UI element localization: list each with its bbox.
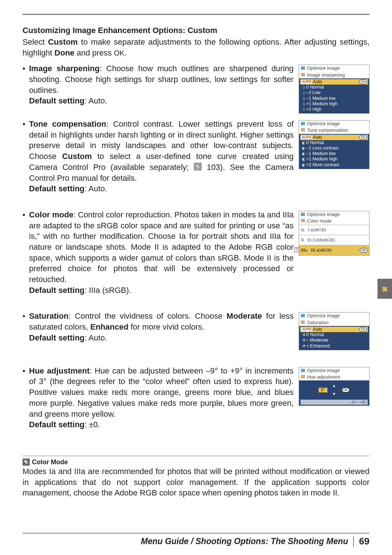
hue-label: Hue adjustment <box>29 366 90 375</box>
text: : Control the vividness of colors. Choos… <box>69 311 226 321</box>
opt-3: + Enhanced <box>306 343 330 348</box>
help-icon: ? <box>294 247 299 252</box>
saturation-text: • Saturation: Control the vividness of c… <box>23 311 294 343</box>
ok-pill: OK <box>360 248 367 253</box>
custom-word: Custom <box>62 152 92 161</box>
color-block: • Color mode: Control color reproduction… <box>23 209 369 296</box>
note-heading: Color Mode <box>23 458 369 466</box>
section-heading: Customizing Image Enhancement Options: C… <box>23 26 369 35</box>
tone-text: • Tone compensation: Control contrast. L… <box>23 119 294 194</box>
opt-4: +1 Medium high <box>306 156 338 162</box>
text: Select <box>23 37 48 46</box>
cm-key-2: IIIa <box>301 248 307 253</box>
screen-subtitle: Hue adjustment <box>299 374 369 380</box>
default-value: : IIIa (sRGB). <box>85 286 131 295</box>
opt-1: 0 Normal <box>306 140 324 145</box>
color-label: Color mode <box>29 210 73 219</box>
hue-screen: Optimize image Hue adjustment ▲ 0° OK ▼ … <box>299 366 369 406</box>
default-label: Default setting <box>29 96 85 105</box>
screen-subtitle: Saturation <box>299 319 369 326</box>
opt-2: –2 Low <box>306 90 320 95</box>
ok-glyph: OK <box>114 49 124 57</box>
screen-subtitle: Color mode <box>299 218 369 224</box>
screen-title: Optimize image <box>299 65 369 72</box>
cm-val-2: III a(sRGB) <box>311 248 332 253</box>
tone-block: • Tone compensation: Control contrast. L… <box>23 119 369 194</box>
screen-subtitle: Tone compensation <box>299 127 369 134</box>
footer: Menu Guide / Shooting Options: The Shoot… <box>23 533 369 547</box>
cm-key-0: Ia <box>301 228 304 232</box>
screen-title: Optimize image <box>299 313 369 319</box>
default-value: : Auto. <box>85 333 107 342</box>
cm-val-1: II (AdobeRGB) <box>307 238 335 242</box>
note-rule <box>23 456 369 456</box>
hue-text: • Hue adjustment: Hue can be adjusted be… <box>23 366 294 430</box>
default-label: Default setting <box>29 286 85 295</box>
saturation-block: • Saturation: Control the vividness of c… <box>23 311 369 350</box>
footer-text: Menu Guide / Shooting Options: The Shoot… <box>141 536 348 546</box>
ok-pill: OK <box>359 79 367 84</box>
hue-range: –9°～+9° <box>301 400 368 405</box>
opt-5: +2 High <box>306 107 322 112</box>
tone-label: Tone compensation <box>29 119 106 128</box>
custom-word: Custom <box>48 37 78 46</box>
opt-2: – Moderate <box>306 338 328 343</box>
saturation-label: Saturation <box>29 311 69 321</box>
opt-3: –1 Medium low <box>306 151 336 156</box>
screen-subtitle: Image sharpening <box>299 72 369 78</box>
arrow-down-icon: ▼ <box>301 392 368 396</box>
opt-auto: Auto <box>313 79 322 84</box>
page-number: 69 <box>359 536 369 547</box>
default-label: Default setting <box>29 184 85 193</box>
ok-pill: OK <box>342 388 350 392</box>
arrow-up-icon: ▲ <box>301 384 368 388</box>
cm-val-0: I a(sRGB) <box>308 228 326 232</box>
note-body: Modes Ia and IIIa are recommended for ph… <box>23 466 369 498</box>
sharpening-screen: Optimize image Image sharpening AUTOAuto… <box>299 63 369 114</box>
text: . <box>124 48 127 57</box>
footer-divider <box>353 536 354 547</box>
text: and press <box>74 48 114 57</box>
opt-2: –2 Less contrast <box>306 146 338 151</box>
default-value: : Auto. <box>85 96 107 105</box>
done-word: Done <box>54 48 74 57</box>
manual-page: ◙ Customizing Image Enhancement Options:… <box>0 0 392 555</box>
hue-block: • Hue adjustment: Hue can be adjusted be… <box>23 366 369 430</box>
enhanced-word: Enhanced <box>90 322 128 331</box>
ok-pill: OK <box>359 135 367 140</box>
opt-1: 0 Normal <box>306 85 324 90</box>
sharpening-text: • Image sharpening: Choose how much outl… <box>23 63 294 106</box>
opt-1: 0 Normal <box>306 332 324 337</box>
sharpening-block: • Image sharpening: Choose how much outl… <box>23 63 369 114</box>
opt-auto: Auto <box>313 135 322 140</box>
default-label: Default setting <box>29 420 85 429</box>
opt-auto: Auto <box>313 327 322 332</box>
text: : Control color reproduction. Photos tak… <box>29 210 294 284</box>
cm-key-1: II <box>301 238 304 242</box>
default-value: : ±0. <box>85 420 100 429</box>
ok-pill: OK <box>359 327 367 332</box>
screen-title: Optimize image <box>299 367 369 374</box>
saturation-screen: Optimize image Saturation AUTOAutoOK ✲0 … <box>299 311 369 350</box>
text: for more vivid colors. <box>128 322 204 331</box>
screen-title: Optimize image <box>299 121 369 127</box>
default-label: Default setting <box>29 333 85 342</box>
lead-paragraph: Select Custom to make separate adjustmen… <box>23 37 369 58</box>
opt-5: +2 More contrast <box>306 162 339 167</box>
tone-screen: Optimize image Tone compensation AUTOAut… <box>299 119 369 169</box>
hue-value: 0° <box>319 388 327 392</box>
sharpening-label: Image sharpening <box>29 64 99 73</box>
camera-icon: ◙ <box>382 284 387 294</box>
screen-title: Optimize image <box>299 211 369 218</box>
opt-4: +1 Medium high <box>306 101 338 106</box>
page-ref-icon: ✎ <box>194 163 202 171</box>
content-area: Customizing Image Enhancement Options: C… <box>23 14 369 533</box>
color-screen: Optimize image Color mode IaI a(sRGB) II… <box>299 209 369 256</box>
thumb-tab: ◙ <box>377 279 392 299</box>
moderate-word: Moderate <box>226 311 262 321</box>
color-text: • Color mode: Control color reproduction… <box>23 209 294 296</box>
top-rule <box>23 14 369 15</box>
default-value: : Auto. <box>85 184 107 193</box>
opt-3: –1 Medium low <box>306 96 336 101</box>
